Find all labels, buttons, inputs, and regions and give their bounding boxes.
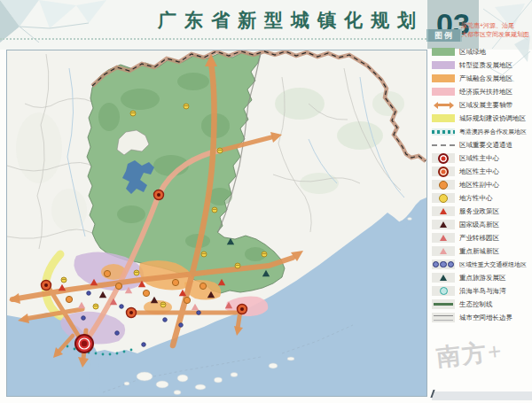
district-main-center	[154, 190, 164, 200]
transport-hub	[179, 323, 184, 328]
district-sub-center	[115, 283, 121, 289]
legend-label: 地方性中心	[459, 194, 493, 203]
legend-item: 城市空间增长边界	[432, 311, 531, 324]
title-separator	[0, 38, 426, 40]
local-center	[201, 252, 207, 257]
legend-item: 区域性重大交通枢纽地区	[432, 258, 531, 271]
legend-swatch	[432, 114, 455, 122]
map-canvas	[7, 50, 426, 396]
map-subtitle: 深莞惠+河源、汕尾 大都市区空间发展规划图	[461, 21, 532, 38]
transport-hub	[163, 318, 168, 322]
legend-swatch-dotted-line	[432, 128, 455, 136]
legend-swatch-triangle	[432, 206, 455, 216]
legend-swatch-ringed-circle	[432, 153, 455, 163]
legend-swatch-circle	[432, 193, 455, 203]
legend-swatch	[432, 88, 455, 96]
legend-item: 沿海半岛与海湾	[432, 284, 531, 298]
legend-label: 生态控制线	[459, 300, 493, 309]
local-center	[262, 252, 267, 257]
legend-swatch	[432, 61, 455, 69]
local-center	[184, 104, 189, 109]
local-center	[217, 148, 223, 153]
legend-swatch-dashed-line	[432, 144, 455, 146]
legend-label: 区域发展主要轴带	[459, 101, 512, 110]
transport-hub	[142, 343, 146, 347]
legend-label: 重点新城新区	[459, 247, 499, 256]
transport-hub	[120, 305, 124, 309]
scale-bar-mark	[430, 390, 437, 398]
legend-swatch-triangle	[432, 233, 455, 243]
legend-swatch-line	[432, 299, 455, 309]
page: 广东省新型城镇化规划 03 图例 深莞惠+河源、汕尾 大都市区空间发展规划图	[0, 0, 532, 403]
legend-label: 城市空间增长边界	[459, 314, 512, 322]
transport-hub	[197, 311, 201, 315]
legend-label: 区域绿地	[459, 48, 486, 57]
local-center	[235, 263, 240, 268]
legend-item: 产城融合发展地区	[432, 72, 531, 85]
legend-swatch-ringed-circle	[432, 167, 455, 176]
legend-item: 生态控制线	[432, 298, 531, 311]
local-center	[160, 302, 166, 307]
legend-title: 图例	[426, 29, 462, 42]
legend-label: 地区性副中心	[459, 181, 499, 190]
legend-item: 地区性主中心	[432, 165, 531, 178]
local-center	[130, 111, 136, 116]
legend-label: 服务业政策区	[459, 207, 499, 216]
legend-item: 区域性主中心	[432, 151, 531, 165]
district-sub-center	[200, 283, 206, 289]
legend-label: 城际规划建设协调地区	[459, 114, 526, 123]
legend-swatch-double-arrow	[432, 101, 455, 109]
legend-label: 重点旅游发展区	[459, 274, 506, 283]
legend-item: 转型提质发展地区	[432, 58, 531, 72]
legend-swatch-triangle	[432, 246, 455, 256]
legend-label: 地区性主中心	[459, 167, 499, 176]
legend-swatch-circle	[432, 180, 455, 190]
legend-item: 重点新城新区	[432, 244, 531, 258]
watermark: 南方+	[434, 331, 532, 373]
legend-swatch-circle	[432, 286, 455, 296]
legend-label: 区域性主中心	[459, 154, 499, 163]
legend-item: 地区性副中心	[432, 178, 531, 191]
legend-label: 区域性重大交通枢纽地区	[459, 260, 527, 268]
legend-swatch	[432, 74, 455, 82]
map-subtitle-line2: 大都市区空间发展规划图	[461, 30, 532, 39]
legend-label: 区域重要交通通道	[459, 141, 512, 150]
district-sub-center	[104, 270, 110, 276]
district-sub-center	[172, 279, 178, 285]
legend-swatch-double-line	[432, 313, 455, 322]
legend-item: 区域绿地	[432, 45, 531, 58]
legend-item: 城际规划建设协调地区	[432, 112, 531, 125]
legend-item: 重点旅游发展区	[432, 271, 531, 284]
district-sub-center	[66, 296, 72, 302]
legend-label: 经济振兴扶持地区	[459, 88, 512, 97]
legend-item: 地方性中心	[432, 191, 531, 205]
page-title: 广东省新型城镇化规划	[124, 8, 424, 33]
district-main-center	[42, 281, 51, 291]
legend-panel: 区域绿地 转型提质发展地区 产城融合发展地区 经济振兴扶持地区 区域发展主要轴带…	[432, 45, 531, 324]
legend-swatch-triangle	[432, 273, 455, 283]
map-subtitle-line1: 深莞惠+河源、汕尾	[461, 21, 532, 30]
district-sub-center	[184, 297, 190, 303]
legend-label: 粤港澳跨界合作发展地区	[459, 128, 527, 136]
legend-item: 服务业政策区	[432, 205, 531, 218]
transport-hub	[87, 291, 91, 296]
local-center	[212, 207, 217, 213]
legend-item: 区域发展主要轴带	[432, 98, 531, 112]
legend-label: 产业转移园区	[459, 234, 499, 243]
legend-swatch-triangle	[432, 220, 455, 229]
legend-item: 产业转移园区	[432, 231, 531, 244]
district-sub-center	[143, 290, 149, 296]
legend-item: 国家级高新区	[432, 218, 531, 231]
legend-item: 区域重要交通通道	[432, 138, 531, 151]
legend-label: 沿海半岛与海湾	[459, 287, 506, 296]
legend-swatch	[432, 48, 455, 56]
transport-hub	[82, 316, 86, 321]
legend-label: 产城融合发展地区	[459, 74, 512, 83]
local-center	[134, 270, 139, 275]
legend-item: 经济振兴扶持地区	[432, 85, 531, 98]
legend-item: 粤港澳跨界合作发展地区	[432, 125, 531, 138]
bottom-scale-bar	[432, 391, 532, 400]
legend-label: 转型提质发展地区	[459, 61, 512, 70]
transport-hub	[115, 331, 120, 336]
legend-swatch-triple-circle	[432, 260, 455, 269]
